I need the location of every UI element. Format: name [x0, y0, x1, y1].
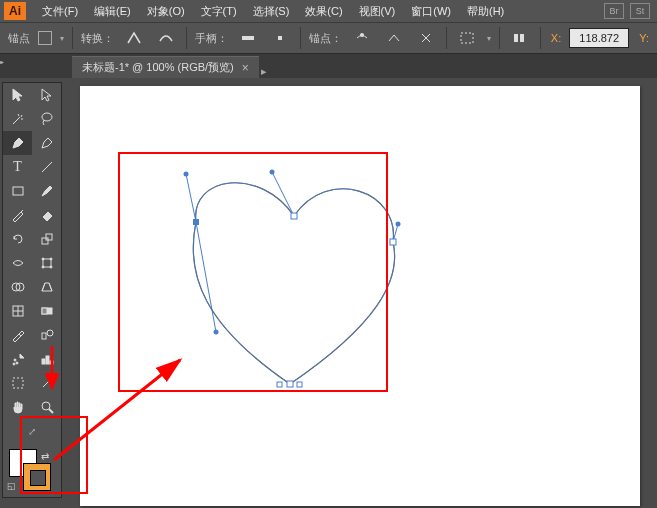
- document-tab-bar: 未标题-1* @ 100% (RGB/预览) × ▸: [0, 54, 657, 78]
- rotate-tool[interactable]: [3, 227, 32, 251]
- svg-rect-22: [42, 308, 47, 314]
- convert-corner-button[interactable]: [122, 27, 146, 49]
- column-graph-tool[interactable]: [32, 347, 61, 371]
- line-tool[interactable]: [32, 155, 61, 179]
- anchor-point[interactable]: [390, 239, 396, 245]
- anchor-point[interactable]: [297, 382, 302, 387]
- anchor-point[interactable]: [277, 382, 282, 387]
- close-tab-icon[interactable]: ×: [242, 61, 249, 75]
- symbol-sprayer-tool[interactable]: [3, 347, 32, 371]
- canvas-area[interactable]: [72, 78, 657, 508]
- x-coordinate-input[interactable]: [569, 28, 629, 48]
- stock-icon[interactable]: St: [630, 3, 650, 19]
- remove-anchor-button[interactable]: [350, 27, 374, 49]
- eyedropper-tool[interactable]: [3, 323, 32, 347]
- isolate-button[interactable]: [455, 27, 479, 49]
- slice-tool[interactable]: [32, 371, 61, 395]
- paintbrush-tool[interactable]: [32, 179, 61, 203]
- svg-point-14: [42, 266, 44, 268]
- svg-point-15: [50, 266, 52, 268]
- anchor-point-selected[interactable]: [291, 213, 297, 219]
- svg-rect-31: [13, 378, 23, 388]
- menu-effect[interactable]: 效果(C): [297, 2, 350, 21]
- anchor-point[interactable]: [193, 219, 199, 225]
- svg-point-6: [42, 113, 52, 121]
- bridge-icon[interactable]: Br: [604, 3, 624, 19]
- document-tab[interactable]: 未标题-1* @ 100% (RGB/预览) ×: [72, 56, 259, 78]
- svg-point-12: [42, 258, 44, 260]
- mesh-tool[interactable]: [3, 299, 32, 323]
- menu-help[interactable]: 帮助(H): [459, 2, 512, 21]
- svg-point-32: [42, 402, 50, 410]
- bezier-handle[interactable]: [272, 172, 294, 216]
- align-button[interactable]: [508, 27, 532, 49]
- svg-point-25: [14, 359, 16, 361]
- gradient-tool[interactable]: [32, 299, 61, 323]
- eraser-tool[interactable]: [32, 203, 61, 227]
- svg-point-26: [16, 362, 18, 364]
- curvature-tool[interactable]: [32, 131, 61, 155]
- menu-file[interactable]: 文件(F): [34, 2, 86, 21]
- handle-show-button[interactable]: [236, 27, 260, 49]
- menu-select[interactable]: 选择(S): [245, 2, 298, 21]
- dropdown-icon[interactable]: ▾: [487, 34, 491, 43]
- menu-window[interactable]: 窗口(W): [403, 2, 459, 21]
- svg-rect-4: [514, 34, 518, 42]
- default-fill-stroke-icon[interactable]: ◱: [7, 481, 16, 491]
- direct-selection-tool[interactable]: [32, 83, 61, 107]
- handle-hide-button[interactable]: [268, 27, 292, 49]
- menu-object[interactable]: 对象(O): [139, 2, 193, 21]
- pen-tool[interactable]: [3, 131, 32, 155]
- stroke-color-swatch[interactable]: [23, 463, 51, 491]
- artboard-tool[interactable]: [3, 371, 32, 395]
- svg-rect-5: [520, 34, 524, 42]
- magic-wand-tool[interactable]: [3, 107, 32, 131]
- dropdown-icon[interactable]: ▾: [60, 34, 64, 43]
- anchor-icon[interactable]: [38, 31, 52, 45]
- handle-endpoint[interactable]: [214, 330, 219, 335]
- x-label: X:: [551, 32, 561, 44]
- menu-bar: Ai 文件(F) 编辑(E) 对象(O) 文字(T) 选择(S) 效果(C) 视…: [0, 0, 657, 22]
- lasso-tool[interactable]: [32, 107, 61, 131]
- type-tool[interactable]: T: [3, 155, 32, 179]
- toolbox: T ⤢ ⇄: [2, 82, 62, 498]
- bezier-handle[interactable]: [186, 174, 196, 222]
- heart-path-artwork[interactable]: [80, 86, 640, 506]
- rectangle-tool[interactable]: [3, 179, 32, 203]
- zoom-tool[interactable]: [32, 395, 61, 419]
- svg-rect-30: [50, 361, 53, 364]
- fill-stroke-swatches: ⇄ ◱: [3, 447, 61, 497]
- svg-point-24: [47, 330, 53, 336]
- artboard[interactable]: [80, 86, 640, 506]
- svg-rect-23: [42, 333, 46, 339]
- handle-endpoint[interactable]: [270, 170, 275, 175]
- pencil-tool[interactable]: [3, 203, 32, 227]
- scale-tool[interactable]: [32, 227, 61, 251]
- width-tool[interactable]: [3, 251, 32, 275]
- handle-endpoint[interactable]: [184, 172, 189, 177]
- tab-overflow-icon[interactable]: ▸: [261, 65, 271, 78]
- svg-line-7: [42, 162, 52, 172]
- free-transform-tool[interactable]: [32, 251, 61, 275]
- bezier-handle[interactable]: [196, 222, 216, 332]
- menu-view[interactable]: 视图(V): [351, 2, 404, 21]
- menu-edit[interactable]: 编辑(E): [86, 2, 139, 21]
- handle-endpoint[interactable]: [396, 222, 401, 227]
- toggle-fill-stroke[interactable]: ⤢: [3, 419, 61, 443]
- panel-dock-toggle[interactable]: [0, 54, 8, 78]
- selection-tool[interactable]: [3, 83, 32, 107]
- convert-smooth-button[interactable]: [154, 27, 178, 49]
- hand-tool[interactable]: [3, 395, 32, 419]
- swap-fill-stroke-icon[interactable]: ⇄: [41, 451, 49, 462]
- svg-rect-9: [42, 238, 48, 244]
- svg-rect-10: [46, 234, 52, 240]
- shape-builder-tool[interactable]: [3, 275, 32, 299]
- connect-anchor-button[interactable]: [382, 27, 406, 49]
- handles-label: 手柄：: [195, 31, 228, 46]
- svg-point-27: [13, 363, 15, 365]
- perspective-tool[interactable]: [32, 275, 61, 299]
- blend-tool[interactable]: [32, 323, 61, 347]
- anchor-point[interactable]: [287, 381, 293, 387]
- cut-anchor-button[interactable]: [414, 27, 438, 49]
- menu-type[interactable]: 文字(T): [193, 2, 245, 21]
